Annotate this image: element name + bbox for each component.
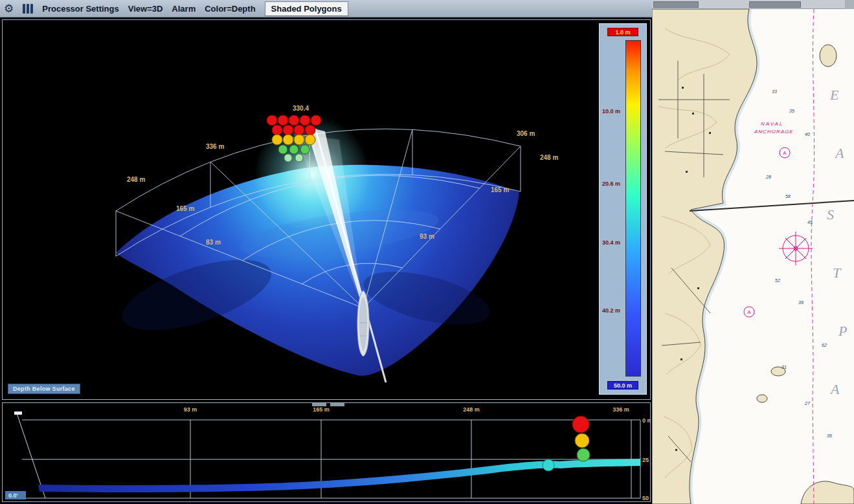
sonar-application-window: ⚙ Processor Settings View=3D Alarm Color… xyxy=(0,0,854,504)
ownship-model xyxy=(357,290,369,356)
range-label-left-165: 165 m xyxy=(176,205,194,212)
sounding-6: 52 xyxy=(775,278,780,283)
profile-range-248: 248 m xyxy=(463,406,480,413)
range-label-left-248: 248 m xyxy=(127,176,145,183)
transducer-mark xyxy=(14,411,22,415)
chart-scrollbar-thumb-2[interactable] xyxy=(749,1,801,8)
profile-handle-2[interactable] xyxy=(330,403,344,406)
chart-letter-4: P xyxy=(838,323,847,339)
peak-depth-label: 330.4 xyxy=(293,105,309,112)
menu-bar: ⚙ Processor Settings View=3D Alarm Color… xyxy=(0,0,652,17)
sonar-3d-scene[interactable]: 330.4 336 m 248 m 165 m 83 m 306 m 248 m… xyxy=(3,20,598,399)
chart-horizontal-scrollbar[interactable] xyxy=(652,0,854,9)
naval-anchorage-label-1: NAVAL xyxy=(761,121,783,127)
range-label-right-248: 248 m xyxy=(540,154,558,161)
sounding-9: 31 xyxy=(781,365,787,369)
depth-profile-view[interactable]: 93 m 165 m 248 m 336 m 0 m 25 m 50 m 0.0… xyxy=(2,402,651,502)
range-label-right-306: 306 m xyxy=(517,130,535,137)
nautical-chart-panel[interactable]: A A NAVAL ANCHORAGE E A S T P A xyxy=(652,0,854,504)
origin-label: 0.0' xyxy=(8,492,18,499)
depth-colorbar: 1.0 m 10.0 m 20.6 m 30.4 m 40.2 m 50.0 m xyxy=(599,23,647,395)
profile-target-green xyxy=(577,448,590,461)
range-label-right-93: 93 m xyxy=(420,233,434,240)
chart-island-1 xyxy=(820,45,837,67)
colorbar-max-label: 1.0 m xyxy=(607,28,638,36)
chart-map[interactable]: A A NAVAL ANCHORAGE E A S T P A xyxy=(652,9,854,504)
menu-shaded-polygons[interactable]: Shaded Polygons xyxy=(265,1,348,16)
profile-depth-25: 25 m xyxy=(642,457,650,463)
range-label-left-336: 336 m xyxy=(206,143,224,150)
menu-processor-settings[interactable]: Processor Settings xyxy=(42,4,119,14)
sounding-11: 36 xyxy=(827,433,832,438)
colorbar-tick-20: 20.6 m xyxy=(602,181,620,187)
anchorage-a-symbol-1: A xyxy=(783,150,787,156)
chart-letter-0: E xyxy=(829,87,839,103)
profile-range-165: 165 m xyxy=(313,406,330,413)
anchorage-a-symbol-2: A xyxy=(747,309,751,315)
toolbar-grip-icon[interactable] xyxy=(23,4,33,14)
profile-range-336: 336 m xyxy=(612,406,629,413)
sounding-5: 45 xyxy=(807,220,813,225)
colorbar-tick-30: 30.4 m xyxy=(602,239,620,246)
sounding-2: 40 xyxy=(805,132,810,137)
colorbar-gradient xyxy=(625,40,641,377)
sonar-3d-view[interactable]: 330.4 336 m 248 m 165 m 83 m 306 m 248 m… xyxy=(2,19,651,400)
colorbar-tick-10: 10.0 m xyxy=(602,108,620,115)
naval-anchorage-label-2: ANCHORAGE xyxy=(754,129,794,135)
colorbar-min-label: 50.0 m xyxy=(607,381,638,389)
chart-letter-3: T xyxy=(833,265,842,281)
menu-color-mode[interactable]: Color=Depth xyxy=(205,4,255,14)
depth-below-surface-button[interactable]: Depth Below Surface xyxy=(8,384,80,394)
sounding-8: 62 xyxy=(822,343,827,347)
profile-target-red xyxy=(572,416,589,433)
profile-depth-0: 0 m xyxy=(642,417,650,424)
settings-gear-icon[interactable]: ⚙ xyxy=(4,3,14,14)
range-label-left-83: 83 m xyxy=(206,239,221,246)
profile-target-yellow xyxy=(575,433,589,448)
sounding-4: 58 xyxy=(785,194,791,199)
chart-letter-5: A xyxy=(829,381,840,397)
profile-depth-50: 50 m xyxy=(642,495,650,501)
profile-target-cyan xyxy=(543,459,554,471)
sounding-0: 33 xyxy=(772,89,777,94)
chart-scrollbar-corner xyxy=(845,0,854,9)
sounding-10: 27 xyxy=(804,401,811,406)
chart-scrollbar-thumb[interactable] xyxy=(653,1,699,8)
sounding-7: 39 xyxy=(798,300,803,305)
menu-alarm[interactable]: Alarm xyxy=(172,4,196,14)
chart-letter-2: S xyxy=(827,206,834,223)
chart-island-3 xyxy=(757,395,767,402)
profile-range-93: 93 m xyxy=(184,406,197,413)
colorbar-tick-40: 40.2 m xyxy=(602,307,620,314)
profile-scene[interactable]: 93 m 165 m 248 m 336 m 0 m 25 m 50 m 0.0… xyxy=(3,403,650,501)
range-label-right-165: 165 m xyxy=(491,186,509,193)
menu-view-mode[interactable]: View=3D xyxy=(128,4,163,14)
chart-letter-1: A xyxy=(834,145,844,161)
sounding-1: 35 xyxy=(789,109,794,113)
sounding-3: 28 xyxy=(765,175,771,179)
